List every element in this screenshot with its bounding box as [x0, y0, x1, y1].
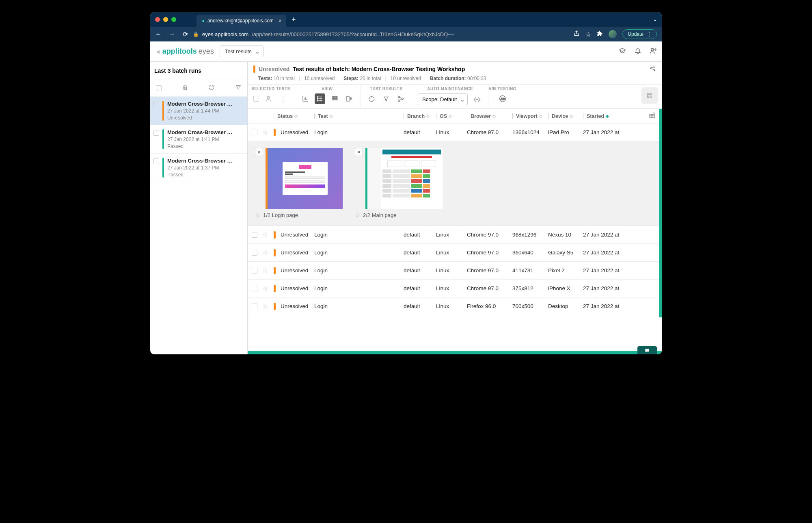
share-icon[interactable] [573, 30, 580, 38]
star-icon[interactable]: ☆ [262, 128, 268, 136]
view-chart-icon[interactable] [300, 93, 311, 104]
refresh-icon[interactable] [208, 84, 215, 92]
page-selector[interactable]: Test results [220, 46, 263, 57]
filter-icon[interactable] [235, 84, 242, 92]
graduation-cap-icon[interactable] [619, 47, 626, 56]
batch-item[interactable]: Modern Cross-Browser … 27 Jan 2022 at 1:… [150, 125, 247, 154]
row-browser: Chrome 97.0 [467, 250, 499, 256]
sort-icon[interactable]: ◆ [606, 114, 609, 118]
svg-rect-14 [337, 98, 337, 100]
bell-icon[interactable] [634, 47, 641, 56]
batch-checkbox[interactable] [153, 130, 159, 136]
sort-icon[interactable]: ◇ [570, 114, 573, 118]
svg-rect-11 [337, 96, 337, 98]
table-row[interactable]: ☆ Unresolved Login default Linux Chrome … [248, 226, 662, 244]
chrome-addressbar: ← → ⟳ 🔒 eyes.applitools.com/app/test-res… [150, 27, 662, 41]
table-row[interactable]: ☆ Unresolved Login default Linux Chrome … [248, 262, 662, 280]
row-checkbox[interactable] [252, 130, 257, 135]
toolbar-select-all-checkbox[interactable] [253, 96, 259, 102]
row-started: 27 Jan 2022 at [583, 129, 619, 135]
step-thumbnail[interactable] [266, 148, 343, 209]
trash-icon[interactable] [182, 84, 188, 92]
feedback-button[interactable] [637, 346, 657, 354]
scope-select[interactable]: Scope: Default [418, 93, 468, 105]
row-browser: Chrome 97.0 [467, 129, 499, 135]
close-window-icon[interactable] [155, 17, 160, 22]
view-summary-icon[interactable] [344, 93, 354, 104]
batch-item[interactable]: Modern Cross-Browser … 27 Jan 2022 at 1:… [150, 97, 247, 125]
batch-share-icon[interactable] [650, 65, 656, 73]
select-all-checkbox[interactable] [156, 85, 162, 91]
row-checkbox[interactable] [252, 268, 257, 273]
sidebar-toolbar [150, 80, 247, 97]
batch-item-date: 27 Jan 2022 at 1:37 PM [167, 165, 243, 171]
batch-checkbox[interactable] [153, 102, 159, 107]
row-device: Pixel 2 [548, 267, 565, 273]
batch-checkbox[interactable] [153, 158, 159, 164]
step-caption: 1/2 Login page [263, 212, 298, 218]
row-checkbox[interactable] [252, 232, 257, 238]
batch-item[interactable]: Modern Cross-Browser … 27 Jan 2022 at 1:… [150, 154, 247, 182]
star-icon[interactable]: ☆ [262, 284, 268, 292]
star-icon[interactable]: ☆ [262, 231, 268, 239]
sort-icon[interactable]: ◇ [449, 114, 452, 118]
star-icon[interactable]: ☆ [355, 211, 361, 219]
table-row[interactable]: ☆ Unresolved Login default Linux Firefox… [248, 297, 662, 315]
new-tab-button[interactable]: + [292, 15, 296, 24]
row-device: iPhone X [548, 285, 570, 291]
back-icon[interactable]: ← [155, 30, 162, 38]
bookmark-star-icon[interactable]: ☆ [585, 30, 591, 38]
step-thumbnail[interactable] [365, 148, 443, 209]
results-filter-icon[interactable] [381, 93, 391, 104]
svg-rect-9 [332, 96, 334, 98]
row-os: Linux [436, 267, 449, 273]
window-controls [155, 17, 176, 22]
user-settings-icon[interactable] [650, 47, 657, 56]
minimize-window-icon[interactable] [163, 17, 168, 22]
star-icon[interactable]: ☆ [262, 302, 268, 310]
applitools-logo[interactable]: ◄ applitoolseyes [155, 47, 214, 56]
status-stripe [274, 249, 276, 256]
sort-icon[interactable]: ◇ [330, 114, 333, 118]
results-group-icon[interactable] [395, 93, 406, 104]
more-icon[interactable]: ⋮ [278, 93, 288, 104]
sort-icon[interactable]: ◇ [492, 114, 496, 118]
status-stripe [274, 285, 276, 292]
table-row[interactable]: ☆ Unresolved Login default Linux Chrome … [248, 280, 662, 297]
row-checkbox[interactable] [252, 304, 257, 309]
row-checkbox[interactable] [252, 286, 257, 291]
view-list-icon[interactable] [315, 93, 325, 104]
row-checkbox[interactable] [252, 250, 257, 256]
forward-icon[interactable]: → [169, 30, 175, 38]
extensions-icon[interactable] [597, 30, 603, 38]
sort-icon[interactable]: ◇ [539, 114, 542, 118]
sort-icon[interactable]: ◇ [426, 114, 430, 118]
ab-testing-icon[interactable]: A/B [497, 93, 508, 104]
profile-avatar-icon[interactable] [609, 30, 617, 38]
save-button[interactable] [641, 87, 658, 104]
tabs-dropdown-icon[interactable]: ⌄ [653, 17, 657, 22]
browser-tab[interactable]: ◄ andrew.knight@applitools.com × [197, 15, 286, 27]
sort-icon[interactable]: ◇ [294, 114, 298, 118]
star-icon[interactable]: ☆ [255, 211, 261, 219]
star-icon[interactable]: ☆ [262, 267, 268, 274]
reload-icon[interactable]: ⟳ [183, 30, 188, 38]
maximize-window-icon[interactable] [171, 17, 176, 22]
table-header: Status ◇ Test ◇ Branch ◇ OS ◇ Browser ◇ … [248, 109, 662, 124]
address-field[interactable]: 🔒 eyes.applitools.com/app/test-results/0… [193, 31, 568, 37]
row-os: Linux [436, 232, 449, 238]
update-button[interactable]: Update ⋮ [622, 29, 657, 39]
auto-maintenance-run-icon[interactable] [472, 94, 482, 105]
star-icon[interactable]: ☆ [262, 249, 268, 256]
table-settings-icon[interactable] [649, 112, 658, 120]
view-grid-icon[interactable] [329, 93, 340, 104]
assign-user-icon[interactable] [263, 93, 274, 104]
tab-close-icon[interactable]: × [279, 17, 282, 24]
table-row[interactable]: ☆ Unresolved Login default Linux Chrome … [248, 124, 662, 141]
results-refresh-icon[interactable] [366, 93, 377, 104]
svg-point-7 [317, 98, 318, 99]
svg-rect-13 [334, 98, 336, 100]
status-stripe [274, 267, 276, 274]
status-stripe [274, 303, 276, 310]
table-row[interactable]: ☆ Unresolved Login default Linux Chrome … [248, 244, 662, 262]
